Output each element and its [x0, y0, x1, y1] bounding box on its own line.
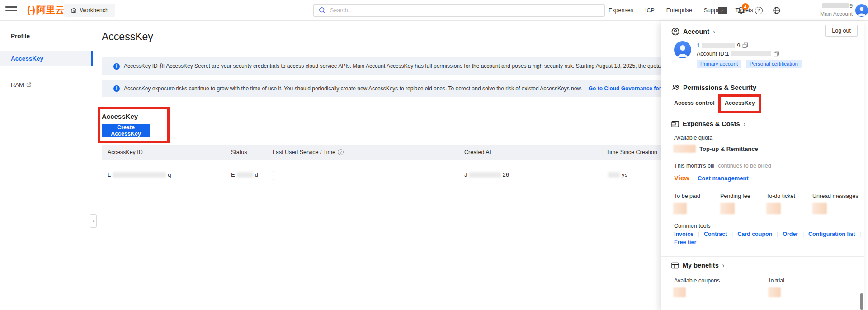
benefits-title: My benefits	[683, 262, 719, 269]
menu-item-expenses[interactable]: Expenses	[609, 7, 633, 14]
menu-item-enterprise[interactable]: Enterprise	[666, 7, 692, 14]
info-icon	[113, 85, 120, 92]
notification-badge: 4	[742, 3, 749, 10]
col-header-status: Status	[231, 145, 247, 160]
benefits-section-header[interactable]: My benefits	[671, 262, 724, 269]
account-name-suffix: 9	[849, 3, 853, 9]
panel-avatar	[674, 41, 691, 58]
hamburger-menu-icon[interactable]	[5, 6, 17, 14]
page-title: AccessKey	[102, 31, 153, 43]
panel-divider	[661, 256, 864, 257]
redacted-account-id	[731, 51, 771, 56]
language-icon[interactable]	[773, 6, 781, 14]
link-separator	[860, 231, 861, 237]
cell-accesskey-id: L q	[108, 160, 171, 190]
home-icon	[71, 7, 77, 13]
free-tier-link[interactable]: Free tier	[674, 239, 696, 245]
link-separator	[698, 231, 699, 237]
card-coupon-link[interactable]: Card coupon	[737, 231, 772, 237]
info-icon	[113, 63, 120, 70]
redacted-status	[237, 172, 253, 178]
cell-status: E d	[231, 160, 258, 190]
common-tools-links-row2: Free tier	[674, 239, 696, 245]
redacted-age	[608, 172, 620, 178]
cloud-shell-icon[interactable]	[718, 7, 727, 14]
redacted-account-name	[822, 3, 849, 8]
redacted-stat-value	[673, 203, 687, 214]
search-icon	[319, 7, 326, 14]
invoice-link[interactable]: Invoice	[674, 231, 693, 237]
sidebar-item-profile[interactable]: Profile	[11, 33, 93, 39]
external-link-icon	[26, 82, 31, 87]
expenses-section-header[interactable]: Expenses & Costs	[671, 120, 745, 127]
cost-management-link[interactable]: Cost management	[698, 175, 749, 182]
panel-divider	[661, 79, 864, 79]
link-separator	[731, 231, 733, 237]
cell-time-since: ys	[606, 160, 627, 190]
global-search-box	[313, 4, 605, 17]
accesskey-section-title: AccessKey	[102, 113, 138, 120]
top-navigation-bar: (-) 阿里云 Workbench Expenses ICP Enterpris…	[0, 0, 868, 21]
help-circle-icon[interactable]	[338, 149, 344, 155]
account-role-label: Main Account	[814, 11, 853, 17]
col-header-time-since: Time Since Creation	[606, 145, 657, 160]
stat-label-unread-messages: Unread messages	[812, 193, 858, 199]
sidebar-collapse-handle[interactable]	[90, 214, 97, 228]
badge-primary-account[interactable]: Primary account	[697, 60, 741, 68]
user-avatar[interactable]	[855, 4, 868, 17]
account-section-header[interactable]: Account	[671, 28, 715, 36]
panel-divider	[661, 115, 864, 115]
create-accesskey-button[interactable]: Create AccessKey	[102, 124, 150, 137]
permissions-title: Permissions & Security	[683, 84, 756, 91]
in-trial-label: In trial	[769, 277, 784, 284]
col-header-created-at: Created At	[464, 145, 491, 160]
menu-item-icp[interactable]: ICP	[645, 7, 655, 14]
banner-exposure-text: AccessKey exposure risks continue to gro…	[124, 85, 582, 92]
expenses-title: Expenses & Costs	[683, 120, 740, 127]
cell-created-at: J 26	[464, 160, 509, 190]
alibaba-cloud-logo[interactable]: (-) 阿里云	[27, 4, 65, 16]
sidebar-item-accesskey-active[interactable]: AccessKey	[0, 51, 93, 66]
notifications-bell[interactable]: 4	[737, 6, 745, 14]
logo-text: 阿里云	[36, 4, 65, 16]
benefit-card-icon	[671, 262, 679, 269]
banner-quota-text: AccessKey ID 和 AccessKey Secret are your…	[124, 62, 682, 70]
configuration-list-link[interactable]: Configuration list	[808, 231, 855, 237]
contract-link[interactable]: Contract	[704, 231, 727, 237]
bill-label: This month's bill	[674, 163, 714, 169]
access-control-link[interactable]: Access control	[674, 100, 715, 106]
sidebar-item-ram[interactable]: RAM	[11, 81, 93, 88]
logo-bracket-icon: (-)	[27, 4, 34, 16]
redacted-accesskey-id	[113, 172, 166, 178]
col-header-last-used: Last Used Service / Time	[273, 145, 344, 160]
account-menu-trigger[interactable]: 9 Main Account	[814, 2, 853, 17]
badge-personal-certification[interactable]: Personal certification	[746, 60, 802, 68]
redacted-stat-value	[766, 203, 781, 214]
topup-remittance-link[interactable]: Top-up & Remittance	[699, 146, 758, 152]
link-separator	[777, 231, 778, 237]
person-circle-icon	[671, 28, 679, 36]
accesskey-link[interactable]: AccessKey	[725, 100, 755, 106]
view-bill-link[interactable]: View	[674, 174, 689, 182]
stat-label-pending-fee: Pending fee	[720, 193, 750, 199]
copy-icon[interactable]	[774, 51, 779, 57]
redacted-name	[702, 43, 735, 48]
chevron-right-icon	[713, 28, 715, 35]
order-link[interactable]: Order	[783, 231, 798, 237]
panel-account-name: 1 9	[697, 42, 748, 49]
sidebar-ram-label: RAM	[11, 81, 24, 88]
copy-icon[interactable]	[742, 42, 748, 48]
search-input[interactable]	[330, 7, 599, 14]
workbench-button[interactable]: Workbench	[64, 4, 115, 17]
panel-account-id: Account ID:1	[697, 51, 779, 57]
redacted-benefit-value	[673, 287, 686, 297]
log-out-button[interactable]: Log out	[825, 25, 858, 37]
common-tools-links: Invoice Contract Card coupon Order Confi…	[674, 231, 861, 237]
chevron-right-icon	[744, 120, 746, 127]
redacted-stat-value	[720, 203, 735, 214]
stat-label-todo-ticket: To-do ticket	[766, 193, 795, 199]
panel-scrollbar-thumb[interactable]	[860, 293, 863, 310]
redacted-benefit-value	[768, 287, 781, 297]
help-icon[interactable]	[755, 7, 763, 14]
topbar-icons: 4	[718, 0, 781, 21]
